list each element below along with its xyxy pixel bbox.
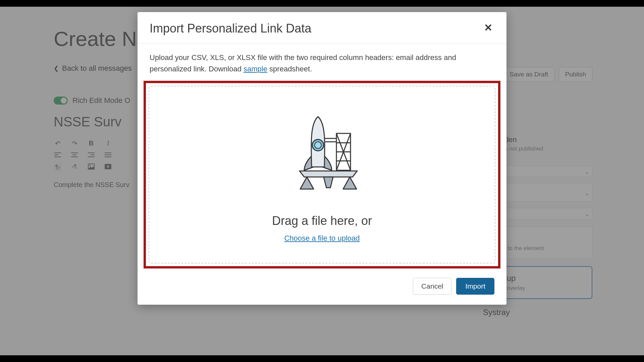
file-dropzone[interactable]: Drag a file here, or Choose a file to up… — [149, 86, 495, 263]
drag-file-text: Drag a file here, or — [156, 214, 488, 228]
choose-file-link[interactable]: Choose a file to upload — [284, 234, 360, 242]
highlight-frame: Drag a file here, or Choose a file to up… — [144, 81, 500, 268]
import-modal: Import Personalized Link Data ✕ Upload y… — [138, 12, 506, 305]
modal-title: Import Personalized Link Data — [150, 21, 311, 36]
close-icon[interactable]: ✕ — [482, 21, 494, 34]
cancel-button[interactable]: Cancel — [413, 278, 451, 295]
sample-link[interactable]: sample — [244, 65, 267, 73]
import-button[interactable]: Import — [456, 278, 494, 295]
svg-point-6 — [315, 142, 321, 148]
rocket-launch-icon — [156, 110, 488, 194]
modal-instructions: Upload your CSV, XLS, or XLSX file with … — [138, 44, 506, 81]
instructions-post: spreadsheet. — [267, 65, 312, 73]
